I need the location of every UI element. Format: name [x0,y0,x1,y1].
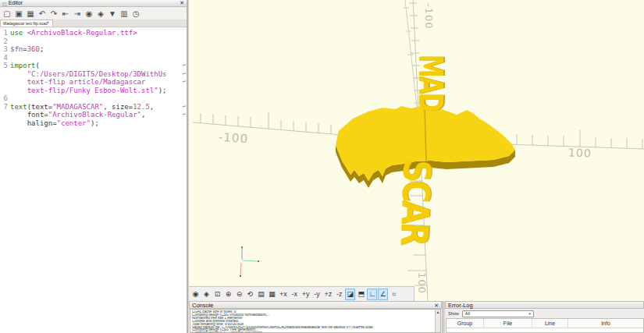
show-surfaces-icon[interactable]: ▤ [256,289,266,300]
error-log-panel: Error-Log Show All ▾ GroupFileLineInfo [445,301,644,333]
reset-view-icon[interactable]: ⟲ [245,289,255,300]
wrap-indicator-icon [180,94,187,103]
editor-panel: ◰ Editor ✕ ▢▣▦↶↷⇤⇥◉◈▼▥◷ Madagascar text … [0,0,188,333]
line-number: 6 [0,94,10,103]
z-axis-top-label: -100 [423,3,435,30]
console-close-icon[interactable]: ✕ [434,302,439,309]
show-edges-icon[interactable]: ▦ [267,289,277,300]
3d-viewport[interactable]: MAD SCAR -100 100 -100 100 [189,0,644,301]
open-file-icon[interactable]: ▣ [13,9,24,19]
editor-titlebar: ◰ Editor ✕ [0,0,187,7]
error-column-info[interactable]: Info [568,319,643,328]
error-log-title: Error-Log [448,302,641,309]
view-back-icon[interactable]: -y [312,289,322,300]
editor-widget-icon: ◰ [2,1,7,6]
show-scale-markers-icon[interactable]: ∠ [378,289,388,300]
code-line[interactable]: 5import(↩ [0,62,187,70]
wrap-indicator-icon [180,119,187,128]
unindent-icon[interactable]: ⇤ [60,9,71,19]
code-line[interactable]: 1use <ArchivoBlack-Regular.ttf> [0,29,187,37]
error-filter-value: All [465,311,528,316]
editor-close-icon[interactable]: ✕ [180,0,184,6]
wrap-indicator-icon [180,37,187,46]
code-line[interactable]: text-flip article/Madagascar↩ [0,78,187,87]
error-column-file[interactable]: File [484,319,532,328]
error-filter-dropdown[interactable]: All ▾ [462,310,534,317]
code-line[interactable]: 6 [0,94,187,103]
show-crosshairs-icon[interactable]: ⌗ [389,289,399,300]
view-orthogonal-icon[interactable]: ⬒ [356,289,366,300]
zoom-out-icon[interactable]: ⊖ [234,289,244,300]
redo-icon[interactable]: ↷ [48,9,59,19]
wrap-indicator-icon [180,87,187,95]
code-text: $fn=360; [10,45,180,54]
wrap-indicator-icon: ↩ [180,111,187,119]
error-log-filter-row: Show All ▾ [445,309,644,318]
code-text [10,37,180,46]
code-text: "C:/Users/DIGITS/Desktop/3DWithUs [10,70,180,79]
code-text: text-flip article/Madagascar [10,78,180,87]
chevron-down-icon: ▾ [528,311,531,316]
line-number: 5 [0,62,10,70]
line-number: 4 [0,54,10,62]
zoom-in-icon[interactable]: ⊕ [223,289,233,300]
line-number [0,70,10,79]
code-text: text-flip/Funky Esboo-Wolt.stl"); [10,87,180,95]
line-number: 1 [0,29,10,37]
wrap-indicator-icon [180,29,187,37]
editor-tab[interactable]: Madagascar text flip.scad* [0,19,53,27]
view-front-icon[interactable]: +y [301,289,311,300]
wrap-indicator-icon: ↩ [180,78,187,87]
code-line[interactable]: font="ArchivoBlack-Regular",↩ [0,111,187,119]
console-titlebar: Console ✕ [189,301,442,309]
wrap-indicator-icon [180,54,187,62]
render-icon[interactable]: ◈ [201,289,212,300]
view-toolbar: ◉◈⊡⊕⊖⟲▤▦+x-x+y-y+z-z◪⬒∟∠⌗ [189,286,415,301]
code-line[interactable]: 2 [0,37,187,46]
render-icon[interactable]: ◈ [95,9,106,19]
preview-icon[interactable]: ◉ [190,289,201,300]
code-line[interactable]: 3$fn=360; [0,45,187,54]
view-right-icon[interactable]: +x [278,289,289,300]
indent-icon[interactable]: ⇥ [72,9,83,19]
view-perspective-icon[interactable]: ◪ [345,289,355,300]
error-column-line[interactable]: Line [532,319,568,328]
elapsed-time-icon[interactable]: ◷ [130,9,141,19]
code-text: use <ArchivoBlack-Regular.ttf> [10,29,180,37]
code-line[interactable]: text-flip/Funky Esboo-Wolt.stl"); [0,87,187,95]
console-scrollbar[interactable]: ▲ [435,310,440,332]
editor-toolbar: ▢▣▦↶↷⇤⇥◉◈▼▥◷ [0,7,187,19]
model-text-scar: SCAR [393,159,439,245]
code-text [10,94,180,103]
code-line[interactable]: "C:/Users/DIGITS/Desktop/3DWithUs↩ [0,70,187,79]
code-editor[interactable]: 1use <ArchivoBlack-Regular.ttf>23$fn=360… [0,28,187,333]
preview-icon[interactable]: ◉ [84,9,94,19]
error-log-table: GroupFileLineInfo [446,318,644,333]
line-number [0,78,10,87]
line-number: 7 [0,103,10,112]
code-line[interactable]: 7text(text="MADAGASCAR", size=12.5,↩ [0,103,187,112]
view-all-icon[interactable]: ⊡ [212,289,222,300]
scroll-up-icon[interactable]: ▲ [436,310,440,314]
z-axis-bottom-label: 100 [416,272,428,294]
editor-title: Editor [9,0,180,6]
save-file-icon[interactable]: ▦ [25,9,36,19]
view-left-icon[interactable]: -x [290,289,300,300]
error-column-group[interactable]: Group [447,319,484,328]
export-off-icon[interactable]: ▥ [119,9,130,19]
export-stl-icon[interactable]: ▼ [107,9,118,19]
code-line[interactable]: halign="center"); [0,119,187,128]
undo-icon[interactable]: ↶ [37,9,48,19]
view-bottom-icon[interactable]: -z [334,289,344,300]
console-output[interactable]: CGAL cache size in bytes: 0Compiling des… [190,309,441,333]
view-top-icon[interactable]: +z [323,289,334,300]
editor-tab-row: Madagascar text flip.scad* [0,19,187,27]
code-text: import( [10,62,180,70]
code-text: text(text="MADAGASCAR", size=12.5, [10,103,180,112]
openscad-window: ◰ Editor ✕ ▢▣▦↶↷⇤⇥◉◈▼▥◷ Madagascar text … [0,0,644,333]
show-axes-icon[interactable]: ∟ [367,289,377,300]
new-file-icon[interactable]: ▢ [2,9,12,19]
wrap-indicator-icon: ↩ [180,103,187,112]
code-line[interactable]: 4 [0,54,187,62]
x-axis-neg-label: -100 [218,130,248,147]
